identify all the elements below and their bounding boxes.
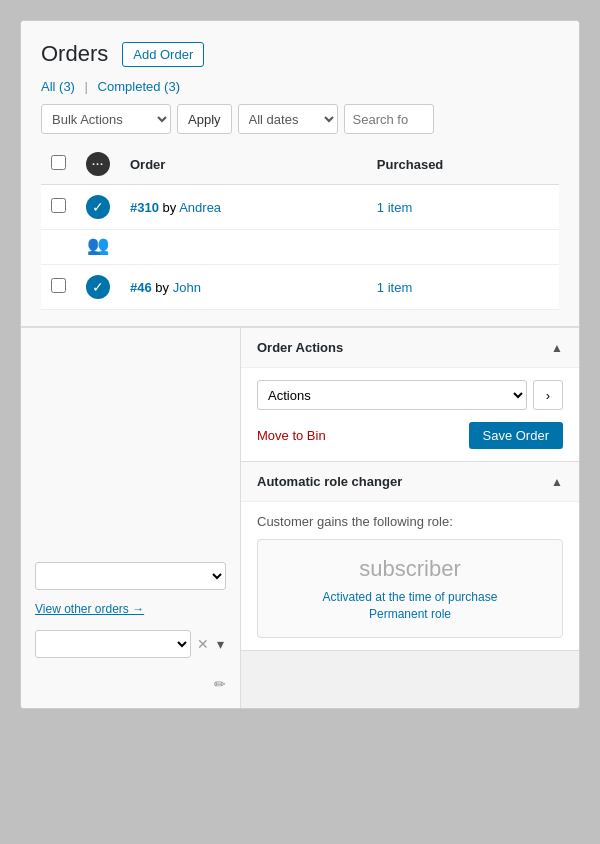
bottom-actions-row: Move to Bin Save Order — [257, 422, 563, 449]
customer-gains-text: Customer gains the following role: — [257, 514, 563, 529]
row-checkbox[interactable] — [51, 278, 66, 293]
role-changer-header: Automatic role changer ▲ — [241, 462, 579, 502]
row-checkbox-cell — [41, 185, 76, 230]
left-dropdown-select[interactable] — [35, 562, 226, 590]
select-all-checkbox[interactable] — [51, 155, 66, 170]
order-actions-section: Order Actions ▲ Actions › Move to Bin Sa… — [241, 328, 579, 462]
edit-icon-button[interactable]: ✏ — [214, 676, 226, 692]
role-activated-text: Activated at the time of purchase — [274, 588, 546, 607]
th-purchased: Purchased — [367, 144, 559, 185]
order-actions-title: Order Actions — [257, 340, 343, 355]
order-by-text: by — [163, 200, 180, 215]
add-order-button[interactable]: Add Order — [122, 42, 204, 67]
filter-all-link[interactable]: All (3) — [41, 79, 75, 94]
page-title: Orders — [41, 41, 108, 67]
th-icon: ··· — [76, 144, 120, 185]
move-to-bin-link[interactable]: Move to Bin — [257, 428, 326, 443]
top-section: Orders Add Order All (3) | Completed (3)… — [21, 21, 579, 327]
left-panel-content — [35, 344, 226, 544]
purchased-count-text: 1 item — [377, 280, 412, 295]
page-header: Orders Add Order — [41, 41, 559, 67]
order-customer-link[interactable]: Andrea — [179, 200, 221, 215]
filter-links: All (3) | Completed (3) — [41, 79, 559, 94]
role-changer-section: Automatic role changer ▲ Customer gains … — [241, 462, 579, 651]
order-actions-collapse-icon[interactable]: ▲ — [551, 341, 563, 355]
row-purchased-cell: 1 item — [367, 185, 559, 230]
tag-select[interactable] — [35, 630, 191, 658]
left-select-row — [35, 562, 226, 590]
view-other-orders-link[interactable]: View other orders → — [35, 602, 226, 616]
order-customer-link[interactable]: John — [173, 280, 201, 295]
actions-select[interactable]: Actions — [257, 380, 527, 410]
page-wrapper: Orders Add Order All (3) | Completed (3)… — [20, 20, 580, 709]
role-box: subscriber Activated at the time of purc… — [257, 539, 563, 638]
extra-spacer-cell — [120, 230, 559, 265]
tag-row: ✕ ▾ — [35, 630, 226, 658]
filter-separator: | — [85, 79, 88, 94]
group-icon: 👥 — [86, 234, 110, 256]
role-changer-body: Customer gains the following role: subsc… — [241, 502, 579, 650]
header-menu-icon: ··· — [86, 152, 110, 176]
th-order: Order — [120, 144, 367, 185]
tag-dropdown-button[interactable]: ▾ — [215, 636, 226, 652]
extra-check-cell — [41, 230, 76, 265]
role-changer-collapse-icon[interactable]: ▲ — [551, 475, 563, 489]
row-order-cell: #46 by John — [120, 265, 367, 310]
table-row: ✓ #310 by Andrea 1 item — [41, 185, 559, 230]
row-purchased-cell: 1 item — [367, 265, 559, 310]
right-panel: Order Actions ▲ Actions › Move to Bin Sa… — [241, 328, 579, 708]
actions-row: Actions › — [257, 380, 563, 410]
row-checkbox-cell — [41, 265, 76, 310]
tag-remove-button[interactable]: ✕ — [195, 636, 211, 652]
order-by-text: by — [155, 280, 172, 295]
role-name-text: subscriber — [274, 556, 546, 582]
toolbar: Bulk Actions Apply All dates — [41, 104, 559, 134]
purchased-count-text: 1 item — [377, 200, 412, 215]
role-permanent-text: Permanent role — [274, 607, 546, 621]
row-status-cell: ✓ — [76, 265, 120, 310]
apply-button[interactable]: Apply — [177, 104, 232, 134]
status-check-icon: ✓ — [86, 275, 110, 299]
order-actions-body: Actions › Move to Bin Save Order — [241, 368, 579, 461]
actions-go-button[interactable]: › — [533, 380, 563, 410]
role-changer-title: Automatic role changer — [257, 474, 402, 489]
orders-table: ··· Order Purchased ✓ #310 by Andrea 1 i… — [41, 144, 559, 310]
row-status-cell: ✓ — [76, 185, 120, 230]
bulk-actions-select[interactable]: Bulk Actions — [41, 104, 171, 134]
order-actions-header: Order Actions ▲ — [241, 328, 579, 368]
left-panel: View other orders → ✕ ▾ ✏ — [21, 328, 241, 708]
save-order-button[interactable]: Save Order — [469, 422, 563, 449]
extra-icon-cell: 👥 — [76, 230, 120, 265]
all-dates-select[interactable]: All dates — [238, 104, 338, 134]
table-row: ✓ #46 by John 1 item — [41, 265, 559, 310]
th-checkbox — [41, 144, 76, 185]
row-order-cell: #310 by Andrea — [120, 185, 367, 230]
table-row-extra: 👥 — [41, 230, 559, 265]
search-input[interactable] — [344, 104, 434, 134]
order-number-link[interactable]: #310 — [130, 200, 159, 215]
bottom-section: View other orders → ✕ ▾ ✏ Order Actions … — [21, 327, 579, 708]
status-check-icon: ✓ — [86, 195, 110, 219]
filter-completed-link[interactable]: Completed (3) — [98, 79, 180, 94]
order-number-link[interactable]: #46 — [130, 280, 152, 295]
row-checkbox[interactable] — [51, 198, 66, 213]
